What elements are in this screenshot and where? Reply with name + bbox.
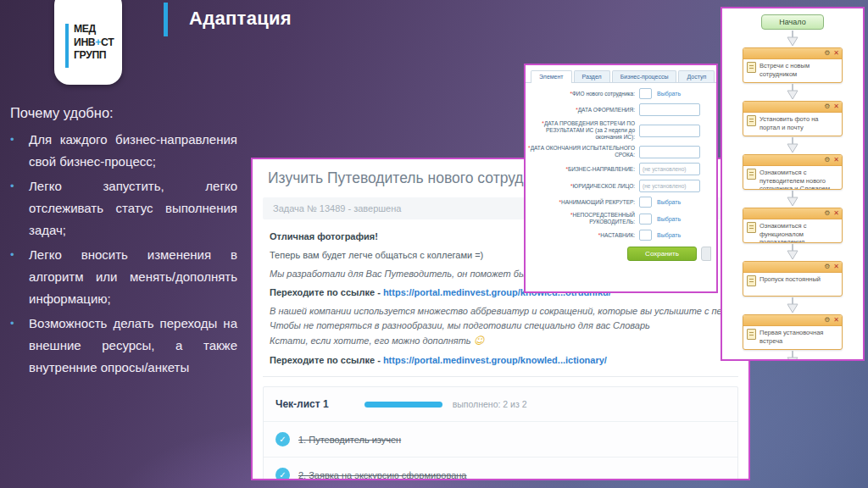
choose-link[interactable]: Выбрать <box>657 91 681 97</box>
close-icon[interactable]: ✕ <box>833 103 839 111</box>
bullet-icon: • <box>10 175 29 241</box>
flow-step-card[interactable]: ⚙✕ Установить фото на портал и почту <box>743 101 843 136</box>
flowchart-window: Начало ⚙✕ Встречи с новым сотрудником ⚙✕… <box>721 7 865 361</box>
check-icon[interactable]: ✓ <box>275 432 290 446</box>
close-icon[interactable]: ✕ <box>833 49 839 58</box>
logo-text: МЕД ИНВ+СТ ГРУПП <box>74 22 114 68</box>
date-input[interactable] <box>639 125 700 137</box>
field-label: *НАНИМАЮЩИЙ РЕКРУТЕР: <box>526 199 639 206</box>
flow-step-text: Первая установочная встреча <box>760 329 839 347</box>
logo-line-2: ИНВ+СТ <box>74 36 114 49</box>
smiley-icon: ☺ <box>474 335 485 347</box>
flow-arrow-icon <box>786 243 799 261</box>
close-icon[interactable]: ✕ <box>833 156 839 164</box>
form-window: Элемент Раздел Бизнес-процессы Доступ *Ф… <box>524 64 718 293</box>
business-direction-select[interactable]: (не установлено) <box>639 163 700 175</box>
checklist-progress-label: выполнено: 2 из 2 <box>453 399 527 409</box>
flow-arrow-icon <box>786 136 799 154</box>
flow-step-card[interactable]: ⚙✕ Ознакомиться с функционалом подраздел… <box>743 208 843 243</box>
gear-icon[interactable]: ⚙ <box>824 103 830 111</box>
flow-step-card[interactable]: ⚙✕ Пропуск постоянный <box>743 261 843 297</box>
date-input[interactable] <box>639 146 700 158</box>
form-row: *ДАТА ОКОНЧАНИЯ ИСПЫТАТЕЛЬНОГО СРОКА: <box>526 145 711 158</box>
field-label: *НАСТАВНИК: <box>526 232 639 239</box>
checklist-item-text: 1. Путеводитель изучен <box>298 435 401 445</box>
form-tabs: Элемент Раздел Бизнес-процессы Доступ <box>526 65 716 83</box>
choose-link[interactable]: Выбрать <box>657 216 681 222</box>
company-logo: МЕД ИНВ+СТ ГРУПП <box>54 0 122 85</box>
check-icon[interactable]: ✓ <box>275 468 290 480</box>
form-fields: *ФИО нового сотрудника: Выбрать *ДАТА ОФ… <box>526 83 716 261</box>
benefit-text: Легко запустить, легко отслеживать стату… <box>29 175 237 241</box>
flow-step-text: Ознакомиться с путеводителем нового сотр… <box>760 169 839 186</box>
gear-icon[interactable]: ⚙ <box>824 49 830 58</box>
close-icon[interactable]: ✕ <box>833 263 839 271</box>
logo-line-3: ГРУПП <box>74 48 114 62</box>
divider <box>263 376 738 377</box>
form-row: *БИЗНЕС-НАПРАВЛЕНИЕ: (не установлено) <box>526 163 711 175</box>
form-row: *НАСТАВНИК: Выбрать <box>526 230 711 241</box>
checklist-progress-bar <box>364 402 442 408</box>
choose-link[interactable]: Выбрать <box>657 232 681 238</box>
link-prefix: Переходите по ссылке - <box>270 355 383 365</box>
task-paragraph: Чтобы не потеряться в разнообразии, мы п… <box>270 320 732 330</box>
field-label: *НЕПОСРЕДСТВЕННЫЙ РУКОВОДИТЕЛЬ: <box>526 212 639 225</box>
field-label: *ФИО нового сотрудника: <box>526 91 639 97</box>
checklist-item: ✓ 1. Путеводитель изучен <box>264 421 737 457</box>
tab-element[interactable]: Элемент <box>531 70 572 83</box>
form-footer: Сохранить <box>526 247 711 261</box>
field-label: *БИЗНЕС-НАПРАВЛЕНИЕ: <box>526 166 639 173</box>
bullet-icon: • <box>10 129 29 173</box>
gear-icon[interactable]: ⚙ <box>824 156 830 164</box>
benefits-list: • Для каждого бизнес-направления свой би… <box>10 129 237 379</box>
form-row: *ДАТА ПРОВЕДЕНИЯ ВСТРЕЧИ ПО РЕЗУЛЬТАТАМ … <box>526 120 711 141</box>
benefit-text: Возможность делать переходы на внешние р… <box>29 313 237 379</box>
date-input[interactable] <box>639 103 700 116</box>
flow-step-text: Установить фото на портал и почту <box>760 115 839 133</box>
benefit-text: Легко вносить изменения в алгоритм или м… <box>29 244 237 310</box>
checklist-item-text: 2. Заявка на экскурсию сформирована <box>298 470 466 480</box>
tab-access[interactable]: Доступ <box>678 70 715 82</box>
flow-step-card[interactable]: ⚙✕ Встречи с новым сотрудником <box>743 47 843 83</box>
task-paragraph: В нашей компании используется множество … <box>270 306 732 316</box>
close-icon[interactable]: ✕ <box>833 316 839 324</box>
checklist-card: Чек-лист 1 выполнено: 2 из 2 ✓ 1. Путево… <box>263 386 738 480</box>
recruiter-picker-box[interactable] <box>639 197 652 208</box>
flow-arrow-icon <box>786 190 799 208</box>
mentor-picker-box[interactable] <box>639 230 652 241</box>
list-item: • Легко запустить, легко отслеживать ста… <box>10 175 237 241</box>
save-button[interactable]: Сохранить <box>627 247 697 261</box>
cancel-button-partial[interactable] <box>701 247 711 261</box>
form-row: *ЮРИДИЧЕСКОЕ ЛИЦО: (не установлено) <box>526 180 711 192</box>
checklist-item: ✓ 2. Заявка на экскурсию сформирована <box>264 457 737 480</box>
close-icon[interactable]: ✕ <box>833 209 839 218</box>
form-row: *ДАТА ОФОРМЛЕНИЯ: <box>526 103 711 116</box>
gear-icon[interactable]: ⚙ <box>824 263 830 271</box>
manager-picker-box[interactable] <box>639 214 652 225</box>
choose-link[interactable]: Выбрать <box>657 199 681 205</box>
gear-icon[interactable]: ⚙ <box>824 316 830 324</box>
task-paragraph: Кстати, если хотите, его можно дополнять… <box>270 335 732 347</box>
logo-accent-bar <box>65 24 69 68</box>
checklist-title: Чек-лист 1 <box>275 398 329 410</box>
gear-icon[interactable]: ⚙ <box>824 209 830 218</box>
dictionary-link[interactable]: https://portal.medinvest.group/knowled..… <box>383 355 607 365</box>
field-label: *ЮРИДИЧЕСКОЕ ЛИЦО: <box>526 183 639 190</box>
link-prefix: Переходите по ссылке - <box>270 287 383 297</box>
checklist-header: Чек-лист 1 выполнено: 2 из 2 <box>264 387 737 421</box>
flow-step-card[interactable]: ⚙✕ Первая установочная встреча <box>743 314 843 350</box>
flow-arrow-icon <box>786 350 799 361</box>
flow-arrow-icon <box>786 83 799 101</box>
tab-section[interactable]: Раздел <box>574 70 610 82</box>
tab-business-processes[interactable]: Бизнес-процессы <box>612 70 677 82</box>
flow-start-node[interactable]: Начало <box>761 14 824 30</box>
employee-picker-box[interactable] <box>639 88 652 99</box>
legal-entity-select[interactable]: (не установлено) <box>639 180 700 192</box>
benefit-text: Для каждого бизнес-направления свой бизн… <box>29 129 237 173</box>
task-note-icon <box>747 275 756 286</box>
logo-line-1: МЕД <box>74 22 114 36</box>
flow-step-card[interactable]: ⚙✕ Ознакомиться с путеводителем нового с… <box>743 154 843 190</box>
form-row: *ФИО нового сотрудника: Выбрать <box>526 88 711 99</box>
title-accent-bar <box>164 3 168 36</box>
page-title: Адаптация <box>189 8 292 30</box>
